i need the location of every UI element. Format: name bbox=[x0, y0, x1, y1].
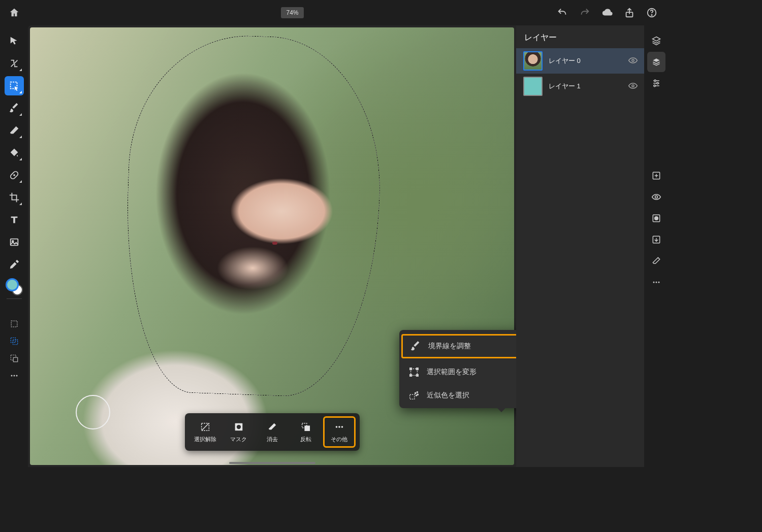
more-label: その他 bbox=[331, 436, 347, 443]
svg-point-51 bbox=[658, 282, 660, 283]
svg-point-34 bbox=[632, 59, 634, 61]
svg-point-23 bbox=[341, 426, 343, 428]
share-icon[interactable] bbox=[624, 7, 635, 18]
svg-rect-28 bbox=[417, 375, 419, 377]
eyedropper-tool[interactable] bbox=[5, 255, 24, 274]
svg-point-35 bbox=[632, 84, 634, 86]
popover-refine-edge-label: 境界線を調整 bbox=[428, 342, 471, 351]
svg-rect-27 bbox=[410, 375, 412, 377]
svg-rect-7 bbox=[11, 321, 17, 327]
erase-label: 消去 bbox=[267, 436, 278, 443]
select-similar-icon bbox=[408, 390, 420, 401]
visibility-icon[interactable] bbox=[628, 55, 638, 67]
layer-name: レイヤー 0 bbox=[549, 56, 622, 65]
more-popover: 境界線を調整 選択範囲を変形 近似色を選択 bbox=[399, 330, 531, 408]
layer-thumbnail bbox=[523, 77, 543, 96]
right-strip bbox=[644, 25, 669, 467]
selection-action-bar: 選択解除 マスク 消去 反転 その他 bbox=[185, 413, 360, 451]
svg-rect-20 bbox=[305, 426, 309, 430]
toolbar-divider bbox=[7, 298, 22, 299]
heal-tool[interactable] bbox=[5, 165, 24, 185]
place-image-tool[interactable] bbox=[5, 232, 24, 252]
popover-transform-selection-label: 選択範囲を変形 bbox=[427, 368, 477, 377]
deselect-icon bbox=[199, 421, 211, 433]
delete-button[interactable] bbox=[647, 251, 665, 271]
redo-icon[interactable] bbox=[579, 7, 590, 18]
deselect-button[interactable]: 選択解除 bbox=[189, 418, 221, 446]
svg-point-2 bbox=[651, 15, 652, 15]
invert-label: 反転 bbox=[300, 436, 311, 443]
transform-tool[interactable] bbox=[5, 54, 24, 73]
layer-props-tab[interactable] bbox=[647, 52, 665, 72]
type-tool[interactable] bbox=[5, 210, 24, 229]
svg-point-45 bbox=[655, 196, 658, 198]
color-swatch[interactable] bbox=[6, 278, 23, 295]
eraser-tool[interactable] bbox=[5, 121, 24, 140]
svg-point-30 bbox=[415, 392, 416, 393]
svg-rect-29 bbox=[410, 394, 415, 399]
brush-tool[interactable] bbox=[5, 98, 24, 118]
svg-point-18 bbox=[236, 425, 240, 429]
undo-icon[interactable] bbox=[557, 7, 568, 18]
more-button[interactable]: その他 bbox=[323, 416, 356, 448]
cloud-icon[interactable] bbox=[601, 7, 613, 18]
mask-button[interactable]: マスク bbox=[223, 418, 255, 446]
fill-tool[interactable] bbox=[5, 143, 24, 162]
add-layer-button[interactable] bbox=[647, 165, 665, 186]
mask-panel-button[interactable] bbox=[647, 208, 665, 228]
popover-select-similar-label: 近似色を選択 bbox=[427, 391, 469, 400]
invert-icon bbox=[300, 421, 312, 433]
strip-more-button[interactable] bbox=[647, 272, 665, 292]
deselect-label: 選択解除 bbox=[194, 436, 216, 443]
selection-tool[interactable] bbox=[5, 76, 24, 95]
svg-point-13 bbox=[13, 375, 15, 377]
home-indicator bbox=[229, 462, 315, 464]
tool-more[interactable] bbox=[7, 368, 22, 383]
layer-row[interactable]: レイヤー 0 bbox=[516, 48, 644, 74]
adjustments-tab[interactable] bbox=[647, 73, 665, 93]
selection-subtract[interactable] bbox=[7, 351, 22, 366]
svg-point-40 bbox=[657, 82, 658, 84]
import-button[interactable] bbox=[647, 229, 665, 250]
left-toolbar bbox=[0, 25, 28, 467]
svg-rect-11 bbox=[13, 357, 17, 361]
refine-edge-icon bbox=[410, 341, 421, 352]
svg-rect-26 bbox=[417, 368, 419, 370]
svg-point-49 bbox=[653, 282, 655, 283]
popover-select-similar[interactable]: 近似色を選択 bbox=[399, 384, 531, 407]
more-icon bbox=[333, 421, 345, 433]
help-icon[interactable] bbox=[646, 7, 657, 18]
invert-button[interactable]: 反転 bbox=[290, 418, 322, 446]
svg-point-22 bbox=[338, 426, 340, 428]
mask-icon bbox=[233, 421, 245, 433]
crop-tool[interactable] bbox=[5, 188, 24, 207]
transform-selection-icon bbox=[408, 367, 420, 378]
svg-point-33 bbox=[416, 395, 417, 396]
erase-button[interactable]: 消去 bbox=[256, 418, 289, 446]
layers-tab[interactable] bbox=[647, 30, 665, 51]
layers-panel: レイヤー レイヤー 0 レイヤー 1 bbox=[516, 25, 644, 467]
svg-point-50 bbox=[656, 282, 657, 283]
popover-refine-edge[interactable]: 境界線を調整 bbox=[401, 334, 529, 358]
svg-point-47 bbox=[655, 217, 658, 220]
visibility-button[interactable] bbox=[647, 187, 665, 207]
layer-row[interactable]: レイヤー 1 bbox=[516, 74, 644, 99]
svg-point-39 bbox=[654, 80, 656, 81]
move-tool[interactable] bbox=[5, 31, 24, 51]
home-icon[interactable] bbox=[9, 7, 20, 18]
popover-transform-selection[interactable]: 選択範囲を変形 bbox=[399, 360, 531, 384]
layer-thumbnail bbox=[523, 51, 543, 71]
selection-add[interactable] bbox=[7, 334, 22, 349]
svg-point-41 bbox=[654, 85, 655, 86]
selection-new[interactable] bbox=[7, 316, 22, 331]
visibility-icon[interactable] bbox=[628, 81, 638, 92]
svg-line-16 bbox=[202, 424, 208, 430]
top-bar: 74% bbox=[0, 0, 669, 25]
svg-point-12 bbox=[11, 375, 12, 377]
layer-name: レイヤー 1 bbox=[549, 82, 622, 91]
zoom-level[interactable]: 74% bbox=[281, 7, 303, 18]
svg-rect-25 bbox=[410, 368, 412, 370]
svg-rect-5 bbox=[10, 239, 18, 246]
erase-icon bbox=[266, 421, 278, 433]
svg-point-14 bbox=[16, 375, 17, 377]
